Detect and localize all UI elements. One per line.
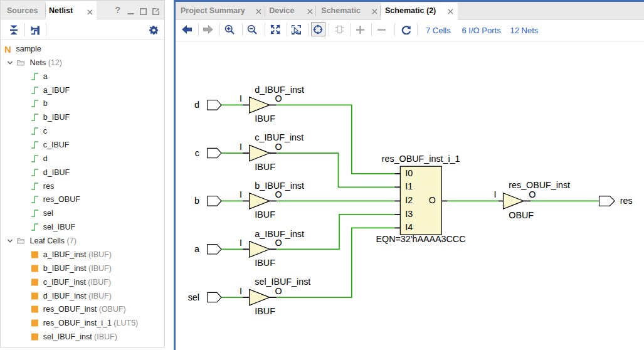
svg-text:b_IBUF_inst: b_IBUF_inst <box>255 181 304 191</box>
svg-text:O: O <box>275 286 282 296</box>
svg-text:a: a <box>194 244 199 254</box>
svg-text:res_OBUF_inst: res_OBUF_inst <box>509 180 570 190</box>
svg-text:I: I <box>240 142 242 152</box>
svg-text:IBUF: IBUF <box>255 258 275 268</box>
svg-text:O: O <box>275 189 282 199</box>
svg-text:I2: I2 <box>405 195 413 205</box>
svg-text:O: O <box>529 189 536 199</box>
svg-text:I: I <box>240 286 242 296</box>
svg-text:O: O <box>275 93 282 103</box>
svg-text:O: O <box>429 195 436 205</box>
svg-text:IBUF: IBUF <box>255 114 275 124</box>
svg-text:sel_IBUF_inst: sel_IBUF_inst <box>255 277 310 287</box>
svg-text:IBUF: IBUF <box>255 162 275 172</box>
svg-text:b: b <box>194 196 199 206</box>
svg-text:d_IBUF_inst: d_IBUF_inst <box>255 85 304 95</box>
svg-text:c: c <box>195 148 199 158</box>
svg-text:I1: I1 <box>405 181 413 191</box>
svg-text:a_IBUF_inst: a_IBUF_inst <box>255 229 304 239</box>
svg-text:c_IBUF_inst: c_IBUF_inst <box>255 132 304 142</box>
svg-text:IBUF: IBUF <box>255 306 275 316</box>
svg-text:I0: I0 <box>405 168 413 178</box>
svg-text:I: I <box>494 189 497 199</box>
svg-text:OBUF: OBUF <box>509 210 534 220</box>
svg-text:res: res <box>620 196 633 206</box>
svg-text:O: O <box>275 238 282 248</box>
svg-text:I: I <box>240 189 242 199</box>
svg-text:res_OBUF_inst_i_1: res_OBUF_inst_i_1 <box>382 154 460 164</box>
svg-text:I3: I3 <box>405 209 413 219</box>
svg-text:sel: sel <box>188 292 199 302</box>
svg-text:IBUF: IBUF <box>255 209 275 220</box>
svg-text:I: I <box>240 238 242 248</box>
svg-text:O: O <box>275 142 282 152</box>
svg-text:EQN=32'hAAAA3CCC: EQN=32'hAAAA3CCC <box>376 234 466 244</box>
svg-text:I4: I4 <box>405 222 413 232</box>
svg-text:d: d <box>194 100 199 110</box>
svg-text:I: I <box>240 93 242 103</box>
